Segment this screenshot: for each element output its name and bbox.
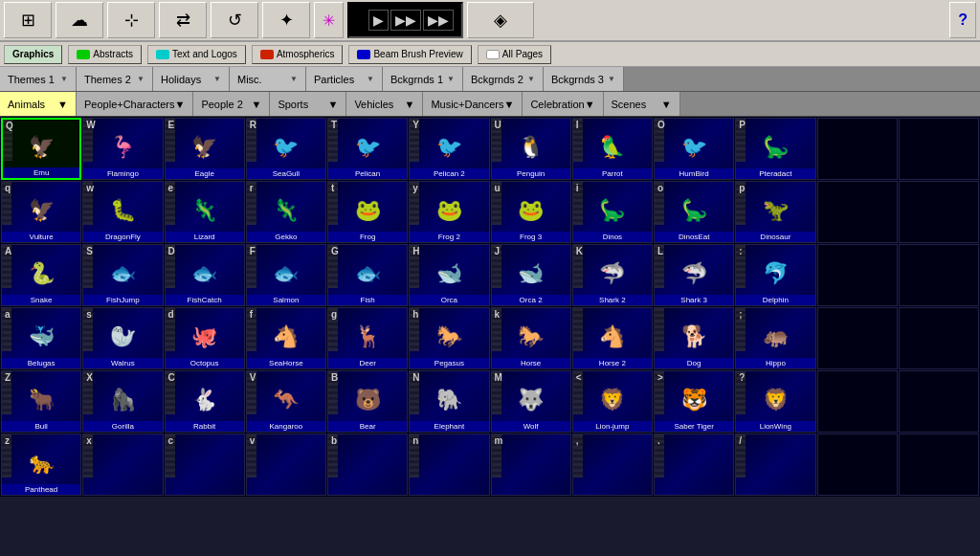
grid-cell[interactable] <box>899 434 979 496</box>
grid-cell[interactable]: g🦌Deer <box>327 307 408 369</box>
grid-cell[interactable]: k🐎Horse <box>491 307 571 369</box>
grid-cell[interactable]: n <box>409 434 489 496</box>
play3-button[interactable]: ▶▶ <box>423 10 454 31</box>
grid-cell[interactable]: . <box>654 434 734 496</box>
grid-cell[interactable] <box>899 118 979 180</box>
grid-cell[interactable] <box>817 181 898 243</box>
grid-cell[interactable]: u🐸Frog 3 <box>491 181 571 243</box>
grid-cell[interactable]: Y🐦Pelican 2 <box>409 118 489 180</box>
grid-cell[interactable]: S🐟FishJump <box>82 244 163 306</box>
grid-cell[interactable]: P🦕Pteradact <box>735 118 815 180</box>
tab-holidays[interactable]: Holidays▼ <box>153 67 230 91</box>
grid-cell[interactable]: >🐯Saber Tiger <box>654 370 734 433</box>
grid-cell[interactable]: G🐟Fish <box>327 244 408 306</box>
grid-cell[interactable]: E🦅Eagle <box>165 118 245 180</box>
grid-cell[interactable]: D🐟FishCatch <box>165 244 245 306</box>
grid-cell[interactable]: A🐍Snake <box>1 244 81 306</box>
grid-cell[interactable]: M🐺Wolf <box>491 370 571 433</box>
grid-cell[interactable]: z🐆Panthead <box>1 434 81 496</box>
grid-cell[interactable]: f🐴SeaHorse <box>246 307 326 369</box>
category-beam-brush[interactable]: Beam Brush Preview <box>348 45 471 64</box>
grid-cell[interactable]: t🐸Frog <box>327 181 408 243</box>
grid-cell[interactable]: Q🦅Emu <box>1 118 81 180</box>
grid-cell[interactable] <box>817 244 898 306</box>
tab-sports[interactable]: Sports▼ <box>270 92 346 116</box>
grid-cell[interactable]: x <box>82 434 163 496</box>
tab-people2[interactable]: People 2▼ <box>193 92 270 116</box>
grid-cell[interactable]: o🦕DinosEat <box>654 181 734 243</box>
grid-cell[interactable]: L🦈Shark 3 <box>654 244 734 306</box>
grid-cell[interactable] <box>899 370 979 433</box>
grid-cell[interactable] <box>899 181 979 243</box>
tab-music-dancers[interactable]: Music+Dancers▼ <box>423 92 523 116</box>
tab-vehicles[interactable]: Vehicles▼ <box>346 92 423 116</box>
local-button[interactable]: ⊞ <box>4 2 52 38</box>
restart-button[interactable]: ↺ <box>211 2 258 38</box>
grid-cell[interactable]: c <box>165 434 245 496</box>
grid-cell[interactable]: <🦁Lion-jump <box>572 370 653 433</box>
category-graphics[interactable]: Graphics <box>4 45 62 64</box>
grid-cell[interactable]: q🦅Vulture <box>1 181 81 243</box>
tab-animals[interactable]: Animals▼ <box>0 92 77 116</box>
category-text-logos[interactable]: Text and Logos <box>147 45 246 64</box>
grid-cell[interactable]: K🦈Shark 2 <box>572 244 653 306</box>
grid-cell[interactable]: a🐳Belugas <box>1 307 81 369</box>
grid-cell[interactable]: C🐇Rabbit <box>165 370 245 433</box>
grid-cell[interactable]: Z🐂Bull <box>1 370 81 433</box>
grid-cell[interactable] <box>817 370 898 433</box>
tab-bckgrnds3[interactable]: Bckgrnds 3▼ <box>544 67 624 91</box>
grid-cell[interactable]: N🐘Elephant <box>409 370 489 433</box>
grid-cell[interactable]: T🐦Pelican <box>327 118 408 180</box>
grid-cell[interactable]: J🐋Orca 2 <box>491 244 571 306</box>
grid-cell[interactable]: W🦩Flamingo <box>82 118 163 180</box>
tab-scenes[interactable]: Scenes▼ <box>604 92 680 116</box>
grid-cell[interactable]: r🦎Gekko <box>246 181 326 243</box>
grid-cell[interactable] <box>899 244 979 306</box>
grid-cell[interactable]: h🐎Pegasus <box>409 307 489 369</box>
play2-button[interactable]: ▶▶ <box>390 10 421 31</box>
category-abstracts[interactable]: Abstracts <box>68 45 142 64</box>
tab-particles[interactable]: Particles▼ <box>306 67 383 91</box>
grid-cell[interactable]: d🐙Octopus <box>165 307 245 369</box>
grid-cell[interactable]: ;🦛Hippo <box>735 307 815 369</box>
category-atmospherics[interactable]: Atmospherics <box>252 45 344 64</box>
grid-cell[interactable]: w🐛DragonFly <box>82 181 163 243</box>
grid-cell[interactable]: X🦍Gorilla <box>82 370 163 433</box>
grid-cell[interactable]: H🐋Orca <box>409 244 489 306</box>
grid-cell[interactable]: b <box>327 434 408 496</box>
grid-cell[interactable] <box>899 307 979 369</box>
virtual-lj-button[interactable]: ◈ <box>467 2 534 38</box>
grid-cell[interactable]: F🐟Salmon <box>246 244 326 306</box>
grid-cell[interactable] <box>817 307 898 369</box>
grid-cell[interactable]: V🦘Kangaroo <box>246 370 326 433</box>
grid-cell[interactable]: I🦜Parrot <box>572 118 653 180</box>
grid-cell[interactable]: 🐕Dog <box>654 307 734 369</box>
grid-cell[interactable]: / <box>735 434 815 496</box>
tab-misc[interactable]: Misc.▼ <box>230 67 306 91</box>
tab-bckgrnds1[interactable]: Bckgrnds 1▼ <box>383 67 463 91</box>
transition-button[interactable]: ✳ <box>314 2 344 38</box>
flash-button[interactable]: ✦ <box>262 2 310 38</box>
tab-bckgrnds2[interactable]: Bckgrnds 2▼ <box>463 67 544 91</box>
grid-cell[interactable]: B🐻Bear <box>327 370 408 433</box>
cloud-button[interactable]: ☁ <box>56 2 103 38</box>
grid-cell[interactable]: y🐸Frog 2 <box>409 181 489 243</box>
grid-cell[interactable]: p🦖Dinosaur <box>735 181 815 243</box>
tab-themes1[interactable]: Themes 1▼ <box>0 67 77 91</box>
help-button[interactable]: ? <box>949 2 976 38</box>
grid-cell[interactable]: v <box>246 434 326 496</box>
grid-cell[interactable]: 🐴Horse 2 <box>572 307 653 369</box>
grid-cell[interactable]: O🐦HumBird <box>654 118 734 180</box>
grid-cell[interactable] <box>817 118 898 180</box>
grid-cell[interactable] <box>817 434 898 496</box>
grid-cell[interactable]: :🐬Delphin <box>735 244 815 306</box>
grid-cell[interactable]: s🦭Walrus <box>82 307 163 369</box>
tab-celebration[interactable]: Celebration▼ <box>523 92 603 116</box>
grid-cell[interactable]: , <box>572 434 653 496</box>
grid-cell[interactable]: i🦕Dinos <box>572 181 653 243</box>
category-all-pages[interactable]: All Pages <box>478 45 551 64</box>
grid-cell[interactable]: e🦎Lizard <box>165 181 245 243</box>
grid-cell[interactable]: R🐦SeaGull <box>246 118 326 180</box>
grid-cell[interactable]: ?🦁LionWing <box>735 370 815 433</box>
grid-cell[interactable]: U🐧Penguin <box>491 118 571 180</box>
